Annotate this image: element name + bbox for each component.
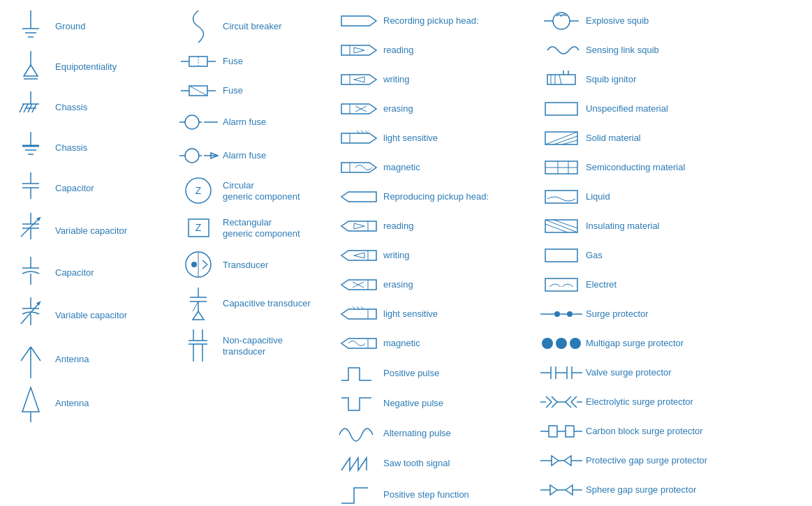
equipotentiality-label: Equipotentiality — [55, 61, 117, 73]
explosive-squib-symbol — [544, 10, 579, 31]
svg-point-153 — [542, 338, 553, 349]
main-page: Ground Equipotentiality — [0, 0, 812, 506]
multigap-surge-symbol — [544, 336, 579, 351]
variable-capacitor2-label: Variable capacitor — [55, 310, 127, 321]
rep-head-title-label: Reproducing pickup head: — [383, 191, 489, 202]
item-surge-protector: Surge protector — [541, 300, 744, 328]
svg-text:Z: Z — [195, 222, 201, 233]
positive-step-symbol — [341, 481, 376, 506]
variable-capacitor2-symbol — [13, 296, 48, 334]
electret-symbol — [544, 277, 579, 292]
item-squib-ignitor: Squib ignitor — [541, 66, 744, 94]
rec-magnetic-symbol — [341, 157, 376, 178]
electrolytic-surge-label: Electrolytic surge protector — [586, 396, 693, 408]
rep-light-label: light sensitive — [383, 308, 438, 320]
item-antenna1: Antenna — [10, 338, 178, 380]
capacitor2-label: Capacitor — [55, 267, 94, 278]
svg-marker-179 — [566, 485, 573, 495]
svg-rect-147 — [545, 278, 577, 291]
rectangular-generic-label: Rectangular generic component — [223, 217, 300, 239]
svg-text:Z: Z — [195, 185, 201, 196]
insulating-material-label: Insulating material — [586, 221, 660, 232]
rep-magnetic-symbol — [341, 333, 376, 354]
item-rep-magnetic: magnetic — [339, 329, 541, 357]
svg-marker-40 — [22, 387, 39, 412]
item-rep-light: light sensitive — [339, 300, 541, 328]
carbon-block-surge-symbol — [544, 422, 579, 441]
item-ground: Ground — [10, 7, 178, 46]
item-carbon-block-surge: Carbon block surge protector — [541, 417, 744, 445]
item-capacitive-transducer: Capacitive transducer — [178, 284, 339, 323]
surge-protector-symbol — [544, 306, 579, 322]
ground-symbol — [13, 9, 48, 44]
circular-generic-symbol: Z — [181, 175, 216, 207]
item-alarm-fuse1: Alarm fuse — [178, 106, 339, 138]
circuit-breaker-symbol — [181, 9, 216, 44]
item-antenna2: Antenna — [10, 382, 178, 424]
item-rep-erasing: erasing — [339, 271, 541, 299]
svg-marker-109 — [341, 251, 376, 260]
explosive-squib-label: Explosive squib — [586, 15, 649, 27]
alarm-fuse1-symbol — [181, 108, 216, 136]
svg-line-74 — [193, 302, 198, 311]
unspecified-material-label: Unspecified material — [586, 103, 668, 114]
chassis2-symbol — [13, 131, 48, 165]
item-semiconducting-material: Semiconducting material — [541, 154, 744, 181]
non-capacitive-transducer-symbol — [181, 327, 216, 365]
rec-head-title-symbol — [341, 10, 376, 31]
gas-label: Gas — [586, 250, 603, 261]
rec-reading-label: reading — [383, 45, 413, 56]
item-sensing-link-squib: Sensing link squib — [541, 36, 744, 64]
svg-line-10 — [20, 104, 24, 112]
svg-point-154 — [556, 338, 567, 349]
item-chassis1: Chassis — [10, 88, 178, 127]
negative-pulse-label: Negative pulse — [383, 398, 443, 409]
svg-line-145 — [545, 224, 568, 232]
svg-line-144 — [554, 220, 577, 228]
svg-marker-88 — [341, 45, 376, 55]
item-insulating-material: Insulating material — [541, 212, 744, 240]
item-transducer: Transducer — [178, 247, 339, 283]
rec-light-label: light sensitive — [383, 133, 438, 144]
positive-step-label: Positive step function — [383, 489, 469, 500]
multigap-surge-label: Multigap surge protector — [586, 338, 684, 349]
svg-marker-5 — [24, 65, 38, 76]
capacitor1-symbol — [13, 171, 48, 206]
rec-writing-symbol — [341, 69, 376, 90]
item-circular-generic: Z Circular generic component — [178, 173, 339, 209]
svg-marker-105 — [341, 192, 376, 202]
capacitor2-symbol — [13, 255, 48, 290]
svg-line-129 — [559, 75, 561, 84]
sensing-link-squib-symbol — [544, 40, 579, 61]
antenna1-label: Antenna — [55, 354, 89, 365]
svg-marker-174 — [564, 456, 571, 466]
valve-surge-label: Valve surge protector — [586, 367, 672, 378]
item-alarm-fuse2: Alarm fuse — [178, 140, 339, 172]
transducer-symbol — [181, 249, 216, 281]
unspecified-material-symbol — [544, 101, 579, 117]
column-4: Explosive squib Sensing link squib — [541, 7, 744, 506]
item-explosive-squib: Explosive squib — [541, 7, 744, 35]
alternating-pulse-symbol — [341, 421, 376, 445]
svg-rect-167 — [549, 426, 557, 437]
svg-point-151 — [567, 311, 573, 317]
item-electret: Electret — [541, 271, 744, 299]
electret-label: Electret — [586, 279, 617, 290]
item-chassis2: Chassis — [10, 128, 178, 168]
rec-erasing-label: erasing — [383, 103, 413, 114]
svg-line-67 — [202, 260, 207, 265]
item-unspecified-material: Unspecified material — [541, 95, 744, 123]
fuse2-label: Fuse — [223, 85, 243, 96]
rec-erasing-symbol — [341, 98, 376, 119]
item-non-capacitive-transducer: Non-capacitive transducer — [178, 325, 339, 367]
alarm-fuse1-label: Alarm fuse — [223, 117, 266, 128]
svg-marker-121 — [341, 338, 376, 348]
svg-marker-177 — [550, 485, 557, 495]
rep-writing-label: writing — [383, 250, 410, 261]
insulating-material-symbol — [544, 218, 579, 234]
svg-marker-172 — [552, 456, 559, 466]
item-electrolytic-surge: Electrolytic surge protector — [541, 388, 744, 416]
liquid-label: Liquid — [586, 191, 610, 202]
alternating-pulse-label: Alternating pulse — [383, 428, 451, 439]
rep-writing-symbol — [341, 245, 376, 266]
